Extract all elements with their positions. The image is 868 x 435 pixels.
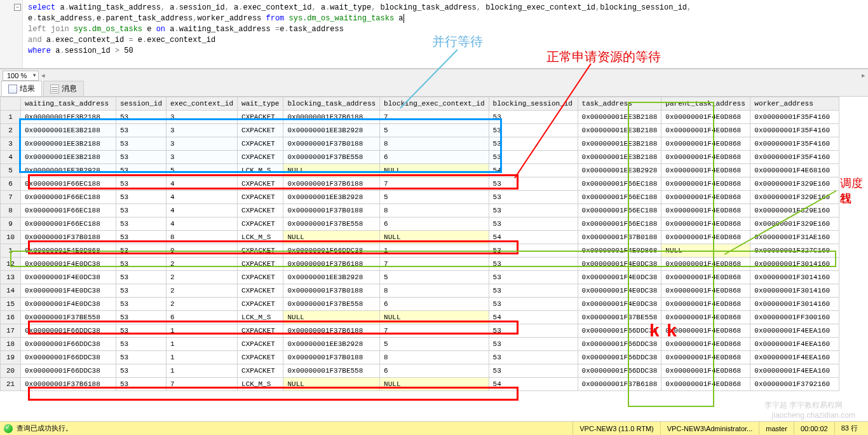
cell[interactable]: 7 xyxy=(166,378,238,391)
cell[interactable]: 8 xyxy=(380,284,489,298)
cell[interactable]: 0x00000001F66EC188 xyxy=(21,177,116,191)
cell[interactable]: 0x00000001F329E160 xyxy=(750,218,839,231)
cell[interactable]: 53 xyxy=(489,151,578,164)
table-row[interactable]: 180x00000001F66DDC38531CXPACKET0x0000000… xyxy=(1,338,839,351)
cell[interactable]: 6 xyxy=(380,218,489,231)
cell[interactable]: 0x00000001F35F4160 xyxy=(750,151,839,164)
cell[interactable]: 53 xyxy=(116,271,166,284)
cell[interactable]: 6 xyxy=(166,311,238,324)
cell[interactable]: 0x00000001F35F4160 xyxy=(750,137,839,151)
cell[interactable]: 0x00000001F3014160 xyxy=(750,271,839,284)
cell[interactable]: 0x00000001EE3B2188 xyxy=(21,124,116,137)
cell[interactable]: 0x00000001F4E0D868 xyxy=(661,111,750,124)
table-row[interactable]: 10x00000001F4E0D868530CXPACKET0x00000001… xyxy=(1,244,839,258)
cell[interactable]: 0x00000001F4E0D868 xyxy=(661,164,750,177)
cell[interactable]: CXPACKET xyxy=(238,244,283,258)
cell[interactable]: CXPACKET xyxy=(238,351,283,364)
cell[interactable]: 0x00000001F37B6188 xyxy=(283,111,380,124)
cell[interactable]: 53 xyxy=(489,351,578,364)
cell[interactable]: 0x00000001F3014160 xyxy=(750,298,839,311)
cell[interactable]: 0x00000001F35F4160 xyxy=(750,111,839,124)
cell[interactable]: 0x00000001F66DDC38 xyxy=(578,338,661,351)
cell[interactable]: 0x00000001EE3B2928 xyxy=(21,164,116,177)
cell[interactable]: CXPACKET xyxy=(238,124,283,137)
cell[interactable]: 53 xyxy=(116,364,166,378)
cell[interactable]: 0x00000001F37B6188 xyxy=(283,177,380,191)
cell[interactable]: 0x00000001EE3B2188 xyxy=(578,151,661,164)
cell[interactable]: 1 xyxy=(380,244,489,258)
cell[interactable]: NULL xyxy=(380,231,489,244)
cell[interactable]: 0x00000001F37BE558 xyxy=(283,218,380,231)
cell[interactable]: 53 xyxy=(116,218,166,231)
sql-editor[interactable]: − select a.waiting_task_address, a.sessi… xyxy=(0,0,868,69)
cell[interactable]: 0x00000001F4E0D868 xyxy=(661,311,750,324)
cell[interactable]: 53 xyxy=(116,324,166,338)
cell[interactable]: 0x00000001F4EEA160 xyxy=(750,324,839,338)
cell[interactable]: 0x00000001F3014160 xyxy=(750,258,839,271)
table-row[interactable]: 20x00000001EE3B2188533CXPACKET0x00000001… xyxy=(1,124,839,137)
tab-messages[interactable]: 消息 xyxy=(43,81,84,96)
cell[interactable]: 0x00000001F3014160 xyxy=(750,284,839,298)
table-row[interactable]: 90x00000001F66EC188534CXPACKET0x00000001… xyxy=(1,218,839,231)
cell[interactable]: 54 xyxy=(489,164,578,177)
cell[interactable]: 0x00000001EE3B2928 xyxy=(283,124,380,137)
table-row[interactable]: 120x00000001F4E0DC38532CXPACKET0x0000000… xyxy=(1,258,839,271)
table-row[interactable]: 190x00000001F66DDC38531CXPACKET0x0000000… xyxy=(1,351,839,364)
cell[interactable]: 53 xyxy=(116,124,166,137)
cell[interactable]: 53 xyxy=(116,191,166,204)
cell[interactable]: 0x00000001F66EC188 xyxy=(578,177,661,191)
cell[interactable]: 2 xyxy=(166,271,238,284)
cell[interactable]: 3 xyxy=(166,137,238,151)
cell[interactable]: 0x00000001F4E0DC38 xyxy=(21,271,116,284)
cell[interactable]: 3 xyxy=(166,124,238,137)
cell[interactable]: 2 xyxy=(166,298,238,311)
table-row[interactable]: 130x00000001F4E0DC38532CXPACKET0x0000000… xyxy=(1,271,839,284)
cell[interactable]: 0x00000001F4E0DC38 xyxy=(578,258,661,271)
cell[interactable]: 53 xyxy=(116,204,166,218)
cell[interactable]: 53 xyxy=(116,177,166,191)
cell[interactable]: 0x00000001F4E0D868 xyxy=(661,218,750,231)
results-grid[interactable]: waiting_task_addresssession_idexec_conte… xyxy=(0,97,839,391)
cell[interactable]: 8 xyxy=(380,351,489,364)
cell[interactable]: 53 xyxy=(489,111,578,124)
cell[interactable]: 0x00000001F4EEA160 xyxy=(750,364,839,378)
table-row[interactable]: 70x00000001F66EC188534CXPACKET0x00000001… xyxy=(1,191,839,204)
cell[interactable]: 0x00000001F4E0DC38 xyxy=(21,258,116,271)
cell[interactable]: 0x00000001F66EC188 xyxy=(21,218,116,231)
cell[interactable]: 0x00000001F4E0D868 xyxy=(661,378,750,391)
cell[interactable]: 0x00000001EE3B2928 xyxy=(283,338,380,351)
cell[interactable]: 0x00000001F4E0D868 xyxy=(661,231,750,244)
cell[interactable]: 0x00000001F4E0D868 xyxy=(661,137,750,151)
cell[interactable]: 0x00000001EE3B2928 xyxy=(283,271,380,284)
col-exec_context_id[interactable]: exec_context_id xyxy=(166,97,238,111)
cell[interactable]: 1 xyxy=(166,324,238,338)
cell[interactable]: CXPACKET xyxy=(238,271,283,284)
cell[interactable]: 53 xyxy=(116,111,166,124)
cell[interactable]: 0x00000001F37B6188 xyxy=(578,378,661,391)
cell[interactable]: 5 xyxy=(380,191,489,204)
cell[interactable]: NULL xyxy=(380,311,489,324)
cell[interactable]: NULL xyxy=(380,378,489,391)
cell[interactable]: 0x00000001F4E0D868 xyxy=(661,191,750,204)
cell[interactable]: 6 xyxy=(380,298,489,311)
cell[interactable]: 0x00000001EE3B2188 xyxy=(21,111,116,124)
cell[interactable]: NULL xyxy=(283,231,380,244)
cell[interactable]: 53 xyxy=(116,284,166,298)
cell[interactable]: 0x00000001F4E0D868 xyxy=(578,244,661,258)
cell[interactable]: CXPACKET xyxy=(238,324,283,338)
cell[interactable]: 53 xyxy=(116,151,166,164)
cell[interactable]: 0x00000001F66DDC38 xyxy=(21,338,116,351)
cell[interactable]: 53 xyxy=(116,164,166,177)
cell[interactable]: 4 xyxy=(166,191,238,204)
results-grid-wrap[interactable]: waiting_task_addresssession_idexec_conte… xyxy=(0,97,868,407)
cell[interactable]: CXPACKET xyxy=(238,284,283,298)
cell[interactable]: 0x00000001F4E0DC38 xyxy=(578,298,661,311)
col-blocking_session_id[interactable]: blocking_session_id xyxy=(489,97,578,111)
cell[interactable]: 0x00000001F37BE558 xyxy=(21,311,116,324)
cell[interactable]: 0x00000001F66DDC38 xyxy=(578,351,661,364)
cell[interactable]: 53 xyxy=(116,244,166,258)
cell[interactable]: 0x00000001F329E160 xyxy=(750,177,839,191)
table-row[interactable]: 200x00000001F66DDC38531CXPACKET0x0000000… xyxy=(1,364,839,378)
cell[interactable]: LCK_M_S xyxy=(238,311,283,324)
cell[interactable]: 0x00000001F37B0188 xyxy=(283,137,380,151)
